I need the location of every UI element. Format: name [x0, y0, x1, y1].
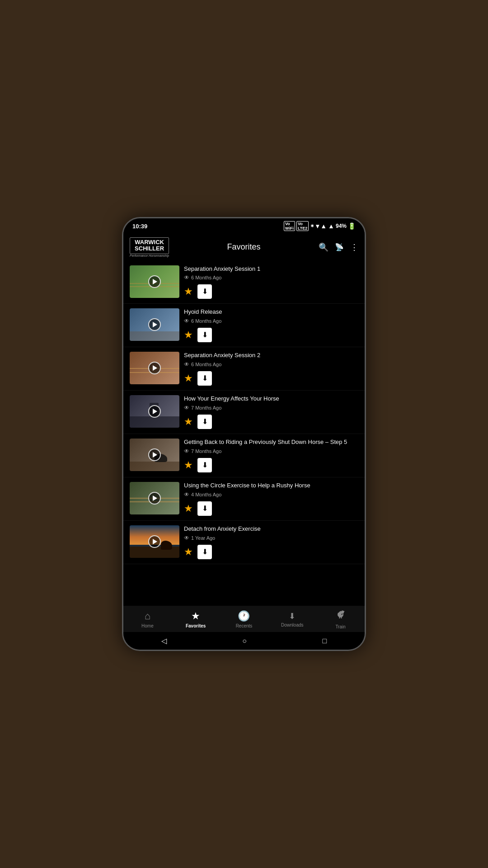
video-thumbnail[interactable]: [130, 308, 179, 341]
favorite-star[interactable]: ★: [184, 286, 193, 297]
play-button[interactable]: [148, 448, 161, 461]
nav-recents-label: Recents: [236, 623, 253, 628]
download-icon: ⬇: [202, 375, 208, 382]
time-ago: 6 Months Ago: [191, 318, 221, 324]
favorite-star[interactable]: ★: [184, 546, 193, 558]
video-info: Detach from Anxiety Exercise 👁 1 Year Ag…: [184, 525, 358, 559]
play-button[interactable]: [148, 405, 161, 418]
cast-icon[interactable]: 📡: [335, 243, 344, 251]
favorites-list: Separation Anxiety Session 1 👁 6 Months …: [123, 261, 365, 606]
list-item: Separation Anxiety Session 2 👁 6 Months …: [123, 347, 365, 391]
video-actions: ★ ⬇: [184, 501, 358, 516]
more-options-icon[interactable]: ⋮: [350, 242, 358, 252]
favorite-star[interactable]: ★: [184, 373, 193, 384]
download-icon: ⬇: [202, 548, 208, 556]
video-thumbnail[interactable]: [130, 525, 179, 558]
video-info: Separation Anxiety Session 2 👁 6 Months …: [184, 352, 358, 386]
nav-home-label: Home: [141, 623, 154, 628]
video-info: Getting Back to Riding a Previously Shut…: [184, 439, 358, 472]
download-button[interactable]: ⬇: [197, 415, 212, 429]
view-icon: 👁: [184, 274, 189, 281]
nav-favorites-label: Favorites: [186, 623, 206, 628]
download-button[interactable]: ⬇: [197, 328, 212, 342]
video-meta: 👁 6 Months Ago: [184, 274, 358, 281]
back-button[interactable]: ◁: [161, 637, 167, 645]
video-thumbnail[interactable]: [130, 265, 179, 298]
nav-train[interactable]: Train: [316, 609, 365, 629]
video-actions: ★ ⬇: [184, 284, 358, 299]
play-button[interactable]: [148, 318, 161, 331]
nav-downloads-label: Downloads: [281, 623, 303, 627]
download-icon: ⬇: [202, 462, 208, 469]
download-icon: ⬇: [202, 418, 208, 425]
play-button[interactable]: [148, 535, 161, 548]
video-info: Hyoid Release 👁 6 Months Ago ★ ⬇: [184, 308, 358, 342]
phone-frame: 10:39 VoWiFi VoLTE2 ✴ ▾ ▲ ▲ 94% 🔋 WARWIC…: [122, 217, 366, 651]
page-title: Favorites: [174, 242, 314, 252]
header-actions: 🔍 📡 ⋮: [319, 242, 358, 252]
video-title: Getting Back to Riding a Previously Shut…: [184, 439, 358, 446]
video-thumbnail[interactable]: [130, 352, 179, 384]
list-item: Hyoid Release 👁 6 Months Ago ★ ⬇: [123, 304, 365, 347]
lte-icon: VoLTE2: [296, 221, 309, 231]
video-meta: 👁 4 Months Ago: [184, 491, 358, 498]
bottom-nav: ⌂ Home ★ Favorites 🕐 Recents ⬇ Downloads…: [123, 606, 365, 632]
view-icon: 👁: [184, 448, 189, 454]
list-item: Separation Anxiety Session 1 👁 6 Months …: [123, 261, 365, 304]
home-button[interactable]: ○: [242, 637, 247, 645]
video-thumbnail[interactable]: [130, 439, 179, 471]
video-title: Hyoid Release: [184, 308, 358, 316]
download-icon: ⬇: [202, 288, 208, 295]
video-meta: 👁 6 Months Ago: [184, 318, 358, 324]
favorite-star[interactable]: ★: [184, 459, 193, 471]
play-button[interactable]: [148, 492, 161, 505]
time-ago: 6 Months Ago: [191, 362, 221, 367]
download-button[interactable]: ⬇: [197, 458, 212, 472]
status-time: 10:39: [132, 223, 147, 230]
download-icon: ⬇: [202, 505, 208, 512]
video-title: Detach from Anxiety Exercise: [184, 525, 358, 533]
clock-icon: 🕐: [238, 610, 250, 622]
wifi-signal-icon: ▾: [316, 222, 319, 230]
list-item: Getting Back to Riding a Previously Shut…: [123, 434, 365, 477]
favorite-star[interactable]: ★: [184, 416, 193, 428]
time-ago: 1 Year Ago: [191, 535, 215, 541]
video-thumbnail[interactable]: [130, 395, 179, 428]
favorite-star[interactable]: ★: [184, 503, 193, 514]
video-meta: 👁 7 Months Ago: [184, 405, 358, 411]
download-button[interactable]: ⬇: [197, 284, 212, 299]
app-header: WARWICK SCHILLER Performance Horsemanshi…: [123, 234, 365, 261]
play-button[interactable]: [148, 362, 161, 374]
logo-text: WARWICK SCHILLER: [130, 237, 169, 254]
video-info: Using the Circle Exercise to Help a Rush…: [184, 482, 358, 516]
nav-favorites[interactable]: ★ Favorites: [172, 610, 220, 628]
battery-icon: 🔋: [348, 222, 356, 230]
video-title: How Your Energy Affects Your Horse: [184, 395, 358, 403]
recents-button[interactable]: □: [323, 637, 327, 645]
search-icon[interactable]: 🔍: [319, 242, 328, 252]
video-title: Using the Circle Exercise to Help a Rush…: [184, 482, 358, 490]
favorite-star[interactable]: ★: [184, 329, 193, 341]
video-actions: ★ ⬇: [184, 458, 358, 472]
video-actions: ★ ⬇: [184, 328, 358, 342]
download-button[interactable]: ⬇: [197, 371, 212, 386]
play-button[interactable]: [148, 275, 161, 288]
nav-downloads[interactable]: ⬇ Downloads: [268, 611, 316, 627]
list-item: Detach from Anxiety Exercise 👁 1 Year Ag…: [123, 521, 365, 564]
wifi-icon: VoWiFi: [284, 221, 295, 231]
download-button[interactable]: ⬇: [197, 545, 212, 559]
video-actions: ★ ⬇: [184, 545, 358, 559]
nav-recents[interactable]: 🕐 Recents: [220, 610, 268, 628]
video-meta: 👁 7 Months Ago: [184, 448, 358, 454]
nav-train-label: Train: [335, 624, 345, 629]
view-icon: 👁: [184, 535, 189, 541]
video-meta: 👁 6 Months Ago: [184, 361, 358, 368]
signal-bar-2-icon: ▲: [328, 222, 334, 230]
download-button[interactable]: ⬇: [197, 501, 212, 516]
signal-bar-1-icon: ▲: [320, 222, 327, 230]
view-icon: 👁: [184, 491, 189, 498]
video-title: Separation Anxiety Session 2: [184, 352, 358, 359]
list-item: How Your Energy Affects Your Horse 👁 7 M…: [123, 391, 365, 434]
nav-home[interactable]: ⌂ Home: [123, 610, 172, 628]
video-thumbnail[interactable]: [130, 482, 179, 514]
